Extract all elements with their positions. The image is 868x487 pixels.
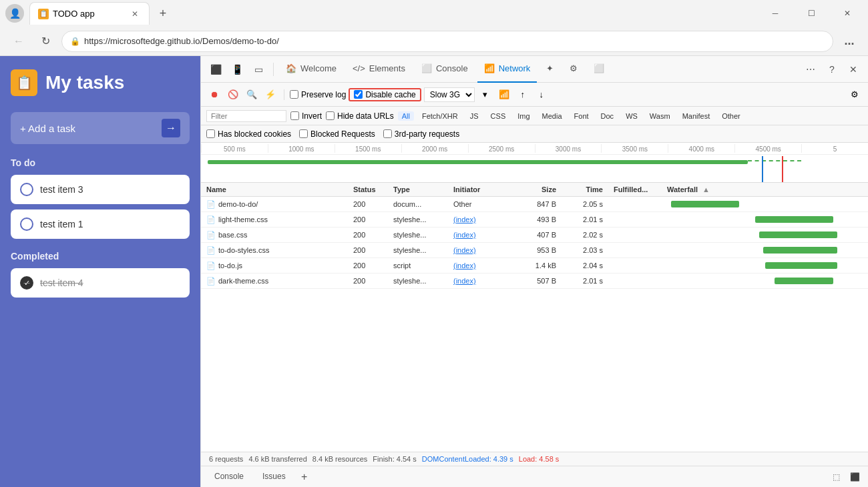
throttle-down-arrow[interactable]: ▾ <box>477 87 493 103</box>
detach-icon[interactable]: ⬚ <box>828 469 844 485</box>
bottom-tab-add-button[interactable]: + <box>296 469 312 485</box>
browser-more-button[interactable]: ... <box>839 31 860 52</box>
blocked-requests-checkbox[interactable]: Blocked Requests <box>299 129 375 139</box>
tab-sources[interactable]: ✦ <box>539 56 560 83</box>
tab-close-button[interactable]: ✕ <box>129 8 141 20</box>
row-status-5: 200 <box>348 259 388 272</box>
blocked-requests-input[interactable] <box>299 129 308 138</box>
window-controls: ─ ☐ ✕ <box>760 3 863 24</box>
tab-more-tools[interactable]: ⬜ <box>587 56 611 83</box>
filter-type-font[interactable]: Font <box>570 111 593 121</box>
col-header-size[interactable]: Size <box>515 183 562 196</box>
new-tab-button[interactable]: + <box>154 4 172 23</box>
preserve-log-checkbox[interactable]: Preserve log <box>290 90 346 99</box>
filter-type-fetch[interactable]: Fetch/XHR <box>418 111 462 121</box>
row-type-5: script <box>388 259 448 272</box>
filter-button[interactable]: ⚡ <box>262 87 278 103</box>
network-row-2[interactable]: 📄light-theme.css 200 styleshe... (index)… <box>201 212 868 227</box>
dock-icon[interactable]: ⬛ <box>847 469 863 485</box>
filter-type-js[interactable]: JS <box>466 111 483 121</box>
task-item[interactable]: test item 3 <box>11 175 190 204</box>
hide-data-urls-checkbox[interactable]: Hide data URLs <box>326 111 394 121</box>
devtools-more-button[interactable]: ⋯ <box>801 60 820 79</box>
filter-type-wasm[interactable]: Wasm <box>646 111 674 121</box>
filter-input[interactable] <box>206 110 286 122</box>
bottom-tab-console[interactable]: Console <box>206 469 252 485</box>
profile-icon[interactable]: 👤 <box>5 4 24 23</box>
devtools-panel: ⬛ 📱 ▭ 🏠 Welcome </> Elements ⬜ Console 📶… <box>200 56 868 487</box>
file-icon: 📄 <box>206 200 216 208</box>
close-button[interactable]: ✕ <box>832 3 863 24</box>
import-button[interactable]: ↑ <box>515 87 531 103</box>
devtools-dock-button[interactable]: ▭ <box>249 60 268 79</box>
filter-type-css[interactable]: CSS <box>487 111 510 121</box>
tab-network[interactable]: 📶 Network <box>477 56 537 83</box>
row-status-2: 200 <box>348 213 388 226</box>
lock-icon: 🔒 <box>70 37 80 46</box>
completed-task-item[interactable]: ✓ test item 4 <box>11 268 190 298</box>
back-button[interactable]: ← <box>8 31 29 52</box>
row-size-4: 953 B <box>515 244 562 257</box>
row-fulfilled-2 <box>608 217 662 222</box>
invert-checkbox[interactable]: Invert <box>290 111 322 121</box>
filter-type-ws[interactable]: WS <box>622 111 642 121</box>
disable-cache-checkbox-container[interactable]: Disable cache <box>349 88 421 101</box>
clear-button[interactable]: 🚫 <box>225 87 241 103</box>
disable-cache-input[interactable] <box>354 90 363 99</box>
filter-type-other[interactable]: Other <box>718 111 744 121</box>
tab-performance[interactable]: ⚙ <box>563 56 584 83</box>
network-row-1[interactable]: 📄demo-to-do/ 200 docum... Other 847 B 2.… <box>201 197 868 212</box>
main-content: 📋 My tasks + Add a task → To do test ite… <box>0 56 868 487</box>
record-button[interactable]: ⏺ <box>206 87 222 103</box>
export-button[interactable]: ↓ <box>533 87 550 103</box>
network-row-4[interactable]: 📄to-do-styles.css 200 styleshe... (index… <box>201 243 868 258</box>
network-search-button[interactable]: 🔍 <box>244 87 260 103</box>
throttle-select[interactable]: Slow 3G <box>424 87 475 102</box>
maximize-button[interactable]: ☐ <box>796 3 827 24</box>
url-input[interactable]: 🔒 https://microsoftedge.github.io/Demos/… <box>61 31 833 52</box>
third-party-checkbox[interactable]: 3rd-party requests <box>383 129 459 139</box>
row-fulfilled-5 <box>608 263 662 268</box>
tick-2500: 2500 ms <box>468 144 535 153</box>
blocked-cookies-input[interactable] <box>206 129 215 138</box>
tab-console[interactable]: ⬜ Console <box>415 56 475 83</box>
col-header-time[interactable]: Time <box>562 183 608 196</box>
filter-type-manifest[interactable]: Manifest <box>678 111 714 121</box>
tab-elements[interactable]: </> Elements <box>346 56 412 83</box>
third-party-input[interactable] <box>383 129 392 138</box>
devtools-help-button[interactable]: ? <box>823 60 841 79</box>
tick-1500: 1500 ms <box>335 144 401 153</box>
col-header-initiator[interactable]: Initiator <box>448 183 515 196</box>
preserve-log-input[interactable] <box>290 90 298 99</box>
add-task-button[interactable]: + Add a task → <box>11 112 190 144</box>
row-fulfilled-6 <box>608 278 662 284</box>
row-type-2: styleshe... <box>388 213 448 226</box>
filter-type-media[interactable]: Media <box>538 111 566 121</box>
invert-input[interactable] <box>290 111 299 120</box>
network-row-3[interactable]: 📄base.css 200 styleshe... (index) 407 B … <box>201 227 868 243</box>
filter-type-doc[interactable]: Doc <box>597 111 618 121</box>
filter-type-all[interactable]: All <box>398 111 414 121</box>
col-header-status[interactable]: Status <box>348 183 388 196</box>
devtools-device-button[interactable]: 📱 <box>228 60 246 79</box>
col-header-waterfall[interactable]: Waterfall ▲ <box>662 183 868 196</box>
minimize-button[interactable]: ─ <box>760 3 791 24</box>
filter-type-img[interactable]: Img <box>513 111 533 121</box>
dom-content-loaded-line <box>762 156 763 182</box>
task-item[interactable]: test item 1 <box>11 209 190 239</box>
bottom-tab-issues[interactable]: Issues <box>254 469 294 485</box>
col-header-type[interactable]: Type <box>388 183 448 196</box>
network-row-6[interactable]: 📄dark-theme.css 200 styleshe... (index) … <box>201 274 868 289</box>
col-header-name[interactable]: Name <box>201 183 348 196</box>
col-header-fulfilled[interactable]: Fulfilled... <box>608 183 662 196</box>
devtools-close-button[interactable]: ✕ <box>844 60 863 79</box>
tab-welcome[interactable]: 🏠 Welcome <box>279 56 343 83</box>
row-waterfall-2 <box>662 212 868 227</box>
blocked-cookies-checkbox[interactable]: Has blocked cookies <box>206 129 291 139</box>
active-tab[interactable]: 📋 TODO app ✕ <box>29 2 150 25</box>
hide-data-urls-input[interactable] <box>326 111 335 120</box>
network-settings-button[interactable]: ⚙ <box>847 87 863 103</box>
refresh-button[interactable]: ↻ <box>35 31 56 52</box>
network-row-5[interactable]: 📄to-do.js 200 script (index) 1.4 kB 2.04… <box>201 258 868 274</box>
devtools-inspect-button[interactable]: ⬛ <box>206 60 225 79</box>
